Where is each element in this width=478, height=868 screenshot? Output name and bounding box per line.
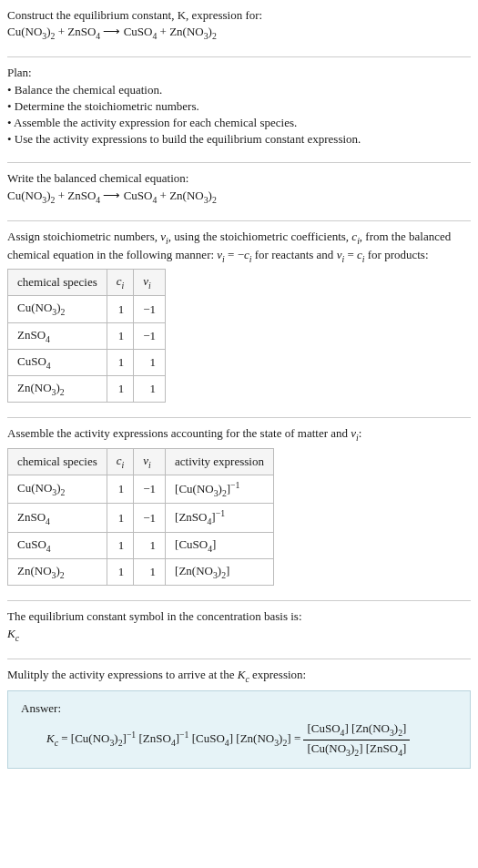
divider	[7, 600, 471, 601]
cell-vi: −1	[134, 296, 166, 322]
col-species: chemical species	[8, 270, 107, 296]
cell-vi: 1	[134, 533, 166, 559]
activity-section: Assemble the activity expressions accoun…	[7, 425, 471, 593]
cell-species: ZnSO4	[8, 504, 107, 533]
divider	[7, 417, 471, 418]
symbol-line2: Kc	[7, 626, 471, 644]
divider	[7, 56, 471, 57]
intro-section: Construct the equilibrium constant, K, e…	[7, 7, 471, 49]
assign-text: Assign stoichiometric numbers, νi, using…	[7, 229, 471, 265]
table-row: Zn(NO3)2 1 1	[8, 376, 166, 403]
cell-ci: 1	[107, 349, 134, 375]
cell-species: Cu(NO3)2	[8, 475, 107, 504]
table-row: Cu(NO3)2 1 −1 [Cu(NO3)2]−1	[8, 475, 274, 504]
answer-fraction: [CuSO4] [Zn(NO3)2][Cu(NO3)2] [ZnSO4]	[303, 720, 410, 758]
table-row: Cu(NO3)2 1 −1	[8, 296, 166, 322]
plan-header: Plan:	[7, 65, 471, 81]
table-row: CuSO4 1 1 [CuSO4]	[8, 533, 274, 559]
balanced-equation: Cu(NO3)2 + ZnSO4 ⟶ CuSO4 + Zn(NO3)2	[7, 188, 471, 206]
answer-box: Answer: Kc = [Cu(NO3)2]−1 [ZnSO4]−1 [CuS…	[7, 690, 471, 769]
plan-item: • Use the activity expressions to build …	[7, 131, 471, 148]
activity-header: Assemble the activity expressions accoun…	[7, 425, 471, 444]
cell-activity: [Cu(NO3)2]−1	[166, 475, 274, 504]
cell-vi: 1	[134, 349, 166, 375]
intro-line: Construct the equilibrium constant, K, e…	[7, 7, 471, 24]
cell-activity: [ZnSO4]−1	[166, 504, 274, 533]
assign-section: Assign stoichiometric numbers, νi, using…	[7, 229, 471, 411]
cell-vi: −1	[134, 322, 166, 349]
symbol-line1: The equilibrium constant symbol in the c…	[7, 608, 471, 625]
answer-lhs: Kc = [Cu(NO3)2]−1 [ZnSO4]−1 [CuSO4] [Zn(…	[46, 731, 303, 745]
stoich-table: chemical species ci νi Cu(NO3)2 1 −1 ZnS…	[7, 269, 166, 403]
cell-species: CuSO4	[8, 533, 107, 559]
cell-species: Zn(NO3)2	[8, 559, 107, 586]
cell-vi: 1	[134, 376, 166, 403]
plan-section: Plan: • Balance the chemical equation. •…	[7, 65, 471, 155]
table-row: CuSO4 1 1	[8, 349, 166, 375]
col-species: chemical species	[8, 448, 107, 475]
table-row: ZnSO4 1 −1	[8, 322, 166, 349]
answer-label: Answer:	[21, 700, 457, 717]
answer-expression: Kc = [Cu(NO3)2]−1 [ZnSO4]−1 [CuSO4] [Zn(…	[21, 720, 457, 758]
table-row: ZnSO4 1 −1 [ZnSO4]−1	[8, 504, 274, 533]
fraction-denominator: [Cu(NO3)2] [ZnSO4]	[303, 740, 410, 759]
cell-activity: [CuSO4]	[166, 533, 274, 559]
col-ci: ci	[107, 448, 134, 475]
cell-species: Zn(NO3)2	[8, 376, 107, 403]
cell-ci: 1	[107, 322, 134, 349]
col-ci: ci	[107, 270, 134, 296]
table-header-row: chemical species ci νi	[8, 270, 166, 296]
multiply-header: Mulitply the activity expressions to arr…	[7, 667, 471, 685]
intro-equation: Cu(NO3)2 + ZnSO4 ⟶ CuSO4 + Zn(NO3)2	[7, 24, 471, 42]
cell-ci: 1	[107, 504, 134, 533]
cell-ci: 1	[107, 296, 134, 322]
table-row: Zn(NO3)2 1 1 [Zn(NO3)2]	[8, 559, 274, 586]
cell-ci: 1	[107, 475, 134, 504]
plan-item: • Determine the stoichiometric numbers.	[7, 98, 471, 115]
cell-vi: −1	[134, 475, 166, 504]
cell-ci: 1	[107, 376, 134, 403]
divider	[7, 220, 471, 221]
balanced-section: Write the balanced chemical equation: Cu…	[7, 170, 471, 212]
cell-vi: −1	[134, 504, 166, 533]
cell-activity: [Zn(NO3)2]	[166, 559, 274, 586]
col-vi: νi	[134, 448, 166, 475]
divider	[7, 659, 471, 659]
cell-ci: 1	[107, 533, 134, 559]
plan-item: • Balance the chemical equation.	[7, 82, 471, 98]
activity-table: chemical species ci νi activity expressi…	[7, 448, 274, 587]
col-activity: activity expression	[166, 448, 274, 475]
cell-species: CuSO4	[8, 349, 107, 375]
symbol-section: The equilibrium constant symbol in the c…	[7, 608, 471, 650]
cell-species: Cu(NO3)2	[8, 296, 107, 322]
table-header-row: chemical species ci νi activity expressi…	[8, 448, 274, 475]
cell-ci: 1	[107, 559, 134, 586]
col-vi: νi	[134, 270, 166, 296]
cell-vi: 1	[134, 559, 166, 586]
plan-item: • Assemble the activity expression for e…	[7, 115, 471, 131]
multiply-section: Mulitply the activity expressions to arr…	[7, 667, 471, 776]
cell-species: ZnSO4	[8, 322, 107, 349]
divider	[7, 162, 471, 163]
fraction-numerator: [CuSO4] [Zn(NO3)2]	[303, 720, 410, 740]
balanced-header: Write the balanced chemical equation:	[7, 170, 471, 187]
